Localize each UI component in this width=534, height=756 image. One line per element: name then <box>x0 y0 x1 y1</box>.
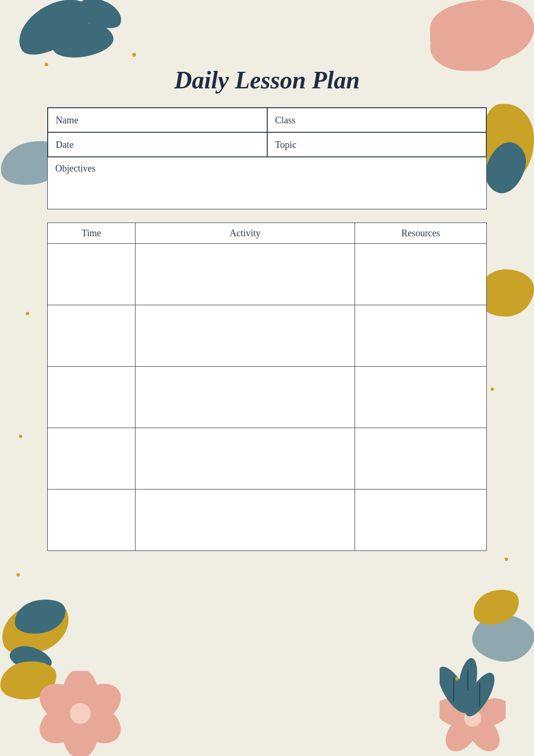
svg-point-8 <box>467 694 506 731</box>
svg-point-0 <box>62 671 98 721</box>
table-row <box>48 367 487 428</box>
class-label: Class <box>275 115 296 126</box>
table-header-row: Time Activity Resources <box>48 223 487 244</box>
table-row <box>48 428 487 490</box>
svg-point-11 <box>440 694 478 731</box>
info-grid: Name Class Date Topic <box>47 107 487 157</box>
svg-point-4 <box>38 695 95 752</box>
svg-point-15 <box>459 669 496 721</box>
page-content: Daily Lesson Plan Name Class Date Topic … <box>47 66 487 652</box>
svg-point-7 <box>459 680 486 719</box>
cell-time-1 <box>48 305 136 367</box>
svg-point-12 <box>464 710 481 727</box>
cell-activity-3 <box>136 428 355 490</box>
cell-activity-0 <box>136 244 355 305</box>
cell-activity-1 <box>136 305 355 367</box>
cell-resources-0 <box>355 244 487 305</box>
svg-point-10 <box>440 710 484 756</box>
cell-time-3 <box>48 428 136 490</box>
col-header-activity: Activity <box>136 223 355 244</box>
col-header-time: Time <box>48 223 136 244</box>
class-field: Class <box>267 108 487 132</box>
page-title: Daily Lesson Plan <box>47 66 487 94</box>
cell-time-0 <box>48 244 136 305</box>
svg-point-1 <box>65 676 123 733</box>
table-row <box>48 305 487 367</box>
cell-resources-3 <box>355 428 487 490</box>
col-header-resources: Resources <box>355 223 487 244</box>
cell-time-2 <box>48 367 136 428</box>
name-field: Name <box>48 108 267 132</box>
date-label: Date <box>56 139 74 150</box>
table-row <box>48 490 487 551</box>
cell-resources-2 <box>355 367 487 428</box>
topic-label: Topic <box>275 139 297 150</box>
cell-activity-4 <box>136 490 355 551</box>
svg-point-14 <box>456 657 480 704</box>
svg-point-13 <box>440 662 476 717</box>
cell-activity-2 <box>136 367 355 428</box>
objectives-box: Objectives <box>47 157 487 209</box>
svg-point-3 <box>62 706 98 756</box>
cell-time-4 <box>48 490 136 551</box>
schedule-table: Time Activity Resources <box>47 223 487 551</box>
svg-point-6 <box>70 703 91 724</box>
svg-point-2 <box>65 695 123 752</box>
cell-resources-1 <box>355 305 487 367</box>
svg-point-9 <box>461 710 506 756</box>
svg-point-5 <box>38 676 95 733</box>
cell-resources-4 <box>355 490 487 551</box>
objectives-label: Objectives <box>55 163 96 173</box>
date-field: Date <box>48 132 267 157</box>
name-label: Name <box>56 115 78 126</box>
table-row <box>48 244 487 305</box>
topic-field: Topic <box>267 132 487 157</box>
